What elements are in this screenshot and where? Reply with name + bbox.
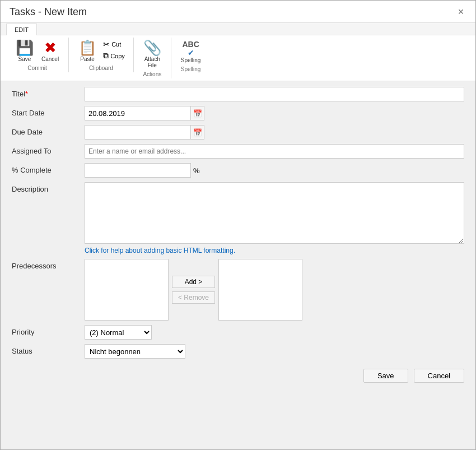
title-bar: Tasks - New Item × xyxy=(1,1,475,23)
due-date-input[interactable] xyxy=(85,125,191,140)
start-date-calendar-button[interactable]: 📅 xyxy=(191,106,204,120)
predecessors-action-buttons: Add > < Remove xyxy=(172,259,215,321)
percent-input[interactable] xyxy=(85,163,191,178)
due-date-control: 📅 xyxy=(85,125,464,140)
actions-group-label: Actions xyxy=(139,71,165,77)
tab-edit[interactable]: EDIT xyxy=(6,24,37,35)
copy-button[interactable]: ⧉ Copy xyxy=(100,50,128,62)
paste-label: Paste xyxy=(80,56,95,62)
percent-complete-label: % Complete xyxy=(12,163,85,174)
percent-complete-control: % xyxy=(85,163,464,178)
ribbon: EDIT 💾 Save ✖ Cancel Commi xyxy=(1,23,475,81)
save-button[interactable]: 💾 Save xyxy=(12,39,38,64)
copy-label: Copy xyxy=(110,53,125,59)
spelling-group-label: Spelling xyxy=(177,66,205,72)
close-button[interactable]: × xyxy=(455,7,466,18)
paste-icon: 📋 xyxy=(78,40,96,55)
status-row: Status Nicht begonnen In Bearbeitung Abg… xyxy=(12,344,464,359)
save-icon: 💾 xyxy=(16,40,34,55)
description-textarea[interactable] xyxy=(85,182,464,244)
attach-file-label: AttachFile xyxy=(144,56,160,68)
clipboard-group-wrapper: 📋 Paste ✂ Cut ⧉ Copy xyxy=(74,39,128,71)
predecessors-control: Add > < Remove xyxy=(85,259,464,321)
due-date-wrap: 📅 xyxy=(85,125,464,140)
footer-save-button[interactable]: Save xyxy=(363,369,408,383)
tasks-dialog: Tasks - New Item × EDIT 💾 Save ✖ Ca xyxy=(0,0,476,450)
dialog-title: Tasks - New Item xyxy=(10,6,87,18)
status-label: Status xyxy=(12,344,85,355)
spelling-label: Spelling xyxy=(181,57,201,63)
actions-buttons: 📎 AttachFile xyxy=(139,39,165,70)
priority-row: Priority (1) High (2) Normal (3) Low xyxy=(12,325,464,340)
due-date-calendar-button[interactable]: 📅 xyxy=(191,125,204,140)
spelling-group-wrapper: ABC ✔ Spelling Spelling xyxy=(177,39,205,72)
ribbon-group-commit: 💾 Save ✖ Cancel Commit xyxy=(6,38,69,72)
commit-group-wrapper: 💾 Save ✖ Cancel Commit xyxy=(12,39,63,71)
paste-button[interactable]: 📋 Paste xyxy=(74,39,100,64)
cut-copy-buttons: ✂ Cut ⧉ Copy xyxy=(100,39,128,62)
add-predecessor-button[interactable]: Add > xyxy=(172,276,215,288)
percent-wrap: % xyxy=(85,163,464,178)
start-date-input[interactable] xyxy=(85,106,191,120)
check-mark-icon: ✔ xyxy=(188,48,194,57)
priority-control: (1) High (2) Normal (3) Low xyxy=(85,325,464,340)
actions-group-wrapper: 📎 AttachFile Actions xyxy=(139,39,165,77)
form-footer: Save Cancel xyxy=(12,363,464,383)
due-date-row: Due Date 📅 xyxy=(12,125,464,140)
start-date-wrap: 📅 xyxy=(85,106,464,120)
footer-cancel-button[interactable]: Cancel xyxy=(414,369,464,383)
assigned-to-control xyxy=(85,144,464,159)
start-date-row: Start Date 📅 xyxy=(12,106,464,120)
predecessors-label: Predecessors xyxy=(12,259,85,270)
description-row: Description Click for help about adding … xyxy=(12,182,464,254)
spelling-button[interactable]: ABC ✔ Spelling xyxy=(177,39,205,65)
ribbon-group-clipboard: 📋 Paste ✂ Cut ⧉ Copy xyxy=(69,38,134,72)
html-help-link[interactable]: Click for help about adding basic HTML f… xyxy=(85,247,235,254)
cut-button[interactable]: ✂ Cut xyxy=(100,39,128,50)
percent-symbol: % xyxy=(193,166,200,175)
commit-buttons: 💾 Save ✖ Cancel xyxy=(12,39,63,64)
predecessors-selected-list[interactable] xyxy=(218,259,302,321)
percent-complete-row: % Complete % xyxy=(12,163,464,178)
form-area: Titel* Start Date 📅 Due Date 📅 xyxy=(1,81,475,449)
copy-icon: ⧉ xyxy=(103,51,109,61)
ribbon-group-spelling: ABC ✔ Spelling Spelling xyxy=(171,38,211,73)
cancel-icon: ✖ xyxy=(44,40,57,55)
priority-label: Priority xyxy=(12,325,85,336)
cut-icon: ✂ xyxy=(103,40,110,49)
ribbon-group-actions: 📎 AttachFile Actions xyxy=(134,38,171,78)
title-label: Titel* xyxy=(12,87,85,98)
title-control xyxy=(85,87,464,101)
cancel-button[interactable]: ✖ Cancel xyxy=(38,39,63,64)
cut-label: Cut xyxy=(111,41,121,48)
status-select[interactable]: Nicht begonnen In Bearbeitung Abgeschlos… xyxy=(85,344,185,359)
spelling-icon-stack: ABC ✔ xyxy=(182,40,199,57)
attach-file-button[interactable]: 📎 AttachFile xyxy=(139,39,165,70)
ribbon-content: 💾 Save ✖ Cancel Commit xyxy=(1,35,475,81)
spelling-buttons: ABC ✔ Spelling xyxy=(177,39,205,65)
title-input[interactable] xyxy=(85,87,464,101)
start-date-control: 📅 xyxy=(85,106,464,120)
predecessors-row: Predecessors Add > < Remove xyxy=(12,259,464,321)
predecessors-wrap: Add > < Remove xyxy=(85,259,464,321)
ribbon-tab-bar: EDIT xyxy=(1,23,475,35)
assigned-to-input[interactable] xyxy=(85,144,464,159)
assigned-to-row: Assigned To xyxy=(12,144,464,159)
remove-predecessor-button[interactable]: < Remove xyxy=(172,291,215,304)
status-control: Nicht begonnen In Bearbeitung Abgeschlos… xyxy=(85,344,464,359)
save-label: Save xyxy=(18,56,31,62)
start-date-label: Start Date xyxy=(12,106,85,117)
predecessors-available-list[interactable] xyxy=(85,259,169,321)
title-row: Titel* xyxy=(12,87,464,101)
due-date-label: Due Date xyxy=(12,125,85,136)
abc-text: ABC xyxy=(182,40,199,48)
description-label: Description xyxy=(12,182,85,193)
assigned-to-label: Assigned To xyxy=(12,144,85,155)
cancel-label: Cancel xyxy=(41,56,59,62)
attach-file-icon: 📎 xyxy=(143,40,161,55)
description-control: Click for help about adding basic HTML f… xyxy=(85,182,464,254)
clipboard-group-label: Clipboard xyxy=(74,65,128,71)
priority-select[interactable]: (1) High (2) Normal (3) Low xyxy=(85,325,152,340)
commit-group-label: Commit xyxy=(12,65,63,71)
clipboard-buttons: 📋 Paste ✂ Cut ⧉ Copy xyxy=(74,39,128,64)
